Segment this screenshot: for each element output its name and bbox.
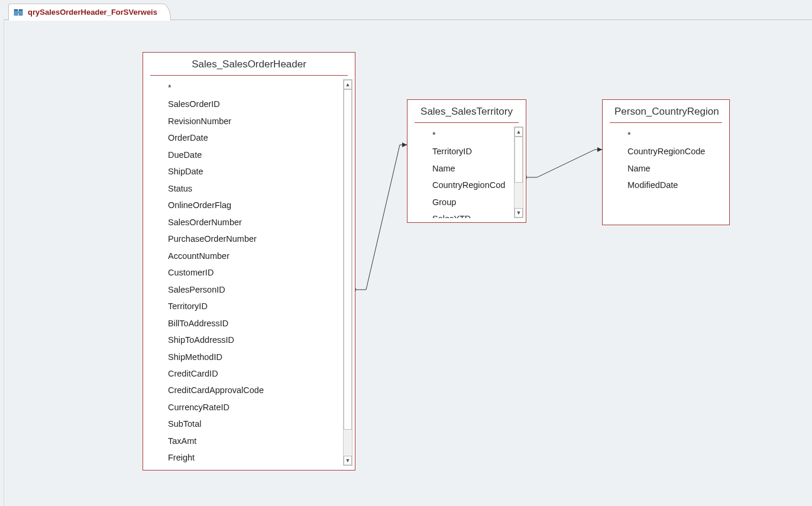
field-list: *CountryRegionCodeNameModifiedDate — [603, 126, 729, 220]
table-t3[interactable]: Person_CountryRegion*CountryRegionCodeNa… — [602, 99, 730, 225]
table-title: Person_CountryRegion — [610, 100, 722, 123]
field-item[interactable]: Group — [407, 194, 514, 210]
svg-rect-1 — [14, 9, 18, 11]
table-title: Sales_SalesTerritory — [415, 100, 519, 123]
field-item[interactable]: ShipToAddressID — [143, 332, 343, 348]
field-item[interactable]: CurrencyRateID — [143, 399, 343, 416]
field-item[interactable]: PurchaseOrderNumber — [143, 231, 343, 247]
field-item[interactable]: CountryRegionCod — [407, 177, 514, 193]
field-item[interactable]: SalesYTD — [407, 210, 514, 218]
scroll-down-icon[interactable]: ▼ — [344, 456, 352, 465]
field-item[interactable]: SalesOrderNumber — [143, 214, 343, 231]
table-t1[interactable]: Sales_SalesOrderHeader*SalesOrderIDRevis… — [143, 52, 355, 471]
field-item[interactable]: CustomerID — [143, 264, 343, 281]
field-item[interactable]: * — [143, 79, 343, 96]
scroll-up-icon[interactable]: ▲ — [515, 127, 523, 137]
table-title: Sales_SalesOrderHeader — [150, 53, 348, 76]
field-item[interactable]: Name — [603, 160, 729, 177]
field-item[interactable]: DueDate — [143, 147, 343, 163]
relationship-lines — [4, 21, 812, 506]
field-item[interactable]: ModifiedDate — [603, 177, 729, 193]
query-design-canvas[interactable]: Sales_SalesOrderHeader*SalesOrderIDRevis… — [4, 21, 812, 506]
field-item[interactable]: ShipDate — [143, 163, 343, 180]
field-item[interactable]: BillToAddressID — [143, 315, 343, 332]
query-design-icon — [14, 8, 23, 17]
field-item[interactable]: CreditCardApprovalCode — [143, 382, 343, 398]
vertical-scrollbar[interactable]: ▲▼ — [343, 79, 352, 466]
field-item[interactable]: ShipMethodID — [143, 349, 343, 365]
field-item[interactable]: TerritoryID — [407, 143, 514, 160]
svg-marker-14 — [597, 147, 602, 152]
scroll-down-icon[interactable]: ▼ — [515, 208, 523, 218]
field-item[interactable]: CountryRegionCode — [603, 143, 729, 160]
field-item[interactable]: TaxAmt — [143, 433, 343, 449]
scroll-up-icon[interactable]: ▲ — [344, 80, 352, 89]
svg-line-7 — [366, 145, 400, 290]
vertical-scrollbar[interactable]: ▲▼ — [514, 126, 523, 218]
field-list: *SalesOrderIDRevisionNumberOrderDateDueD… — [143, 79, 343, 466]
field-item[interactable]: CreditCardID — [143, 365, 343, 382]
field-item[interactable]: SubTotal — [143, 416, 343, 432]
svg-rect-3 — [19, 9, 22, 11]
tab-title: qrySalesOrderHeader_ForSVerweis — [28, 8, 157, 17]
field-item[interactable]: Name — [407, 160, 514, 177]
table-t2[interactable]: Sales_SalesTerritory*TerritoryIDNameCoun… — [407, 99, 526, 223]
field-item[interactable]: RevisionNumber — [143, 113, 343, 129]
scroll-track[interactable] — [515, 137, 523, 208]
field-item[interactable]: OnlineOrderFlag — [143, 197, 343, 213]
tab-bar: qrySalesOrderHeader_ForSVerweis — [4, 4, 812, 20]
field-item[interactable]: TerritoryID — [143, 298, 343, 314]
field-item[interactable]: AccountNumber — [143, 248, 343, 264]
field-list: *TerritoryIDNameCountryRegionCodGroupSal… — [407, 126, 514, 218]
svg-line-12 — [537, 150, 595, 177]
scroll-thumb[interactable] — [344, 89, 352, 430]
field-item[interactable]: SalesPersonID — [143, 281, 343, 298]
field-item[interactable]: SalesOrderID — [143, 96, 343, 112]
field-item[interactable]: Freight — [143, 449, 343, 466]
field-item[interactable]: * — [407, 126, 514, 143]
field-item[interactable]: * — [603, 126, 729, 143]
query-tab[interactable]: qrySalesOrderHeader_ForSVerweis — [8, 4, 171, 21]
scroll-track[interactable] — [344, 89, 352, 456]
svg-marker-9 — [402, 142, 407, 147]
field-item[interactable]: OrderDate — [143, 129, 343, 146]
field-item[interactable]: Status — [143, 180, 343, 197]
scroll-thumb[interactable] — [515, 137, 523, 183]
